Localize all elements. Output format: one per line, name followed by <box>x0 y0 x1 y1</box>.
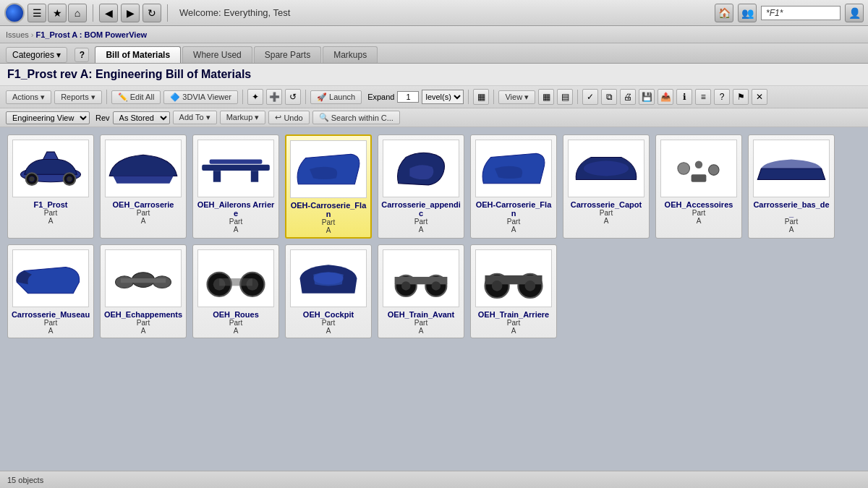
house-icon[interactable]: 🏠 <box>715 4 733 22</box>
reset-icon[interactable]: ↺ <box>285 89 301 105</box>
tab-spare-parts[interactable]: Spare Parts <box>254 46 321 63</box>
item-rev: A <box>234 327 239 335</box>
item-card[interactable]: OEH_CockpitPartA <box>285 244 372 338</box>
home-icon[interactable]: ⌂ <box>68 4 87 22</box>
item-card[interactable]: Carrosserie_bas_de_PartA <box>748 134 835 239</box>
refresh-button[interactable]: ↻ <box>142 4 161 22</box>
item-name: OEH-Carroserie_Flan <box>474 200 553 218</box>
item-card[interactable]: OEH_Train_ArrierePartA <box>470 244 557 338</box>
forward-button[interactable]: ▶ <box>121 4 140 22</box>
expand-select[interactable]: level(s) <box>422 90 464 104</box>
item-name: OEH_Train_Arriere <box>478 310 549 319</box>
breadcrumb-current: F1_Prost A : BOM PowerView <box>35 30 147 39</box>
3dvia-button[interactable]: 🔷 3DVIA Viewer <box>163 90 238 104</box>
view-button[interactable]: View ▾ <box>498 90 535 104</box>
edit-icon: ✏️ <box>118 93 128 102</box>
global-search[interactable] <box>761 6 841 20</box>
help-button[interactable]: ? <box>75 48 89 62</box>
content-area: F1_ProstPartAOEH_CarroseriePartAOEH_Aile… <box>0 127 868 471</box>
item-card[interactable]: Carrosserie_appendicPartA <box>378 134 464 239</box>
eng-view-select[interactable]: Engineering View <box>6 111 90 124</box>
svg-point-4 <box>67 176 72 181</box>
sep2 <box>242 90 243 104</box>
svg-rect-5 <box>202 165 270 171</box>
item-card[interactable]: OEH_CarroseriePartA <box>100 134 187 239</box>
item-thumbnail <box>290 249 367 307</box>
breadcrumb-prefix[interactable]: Issues <box>6 30 29 39</box>
back-button[interactable]: ◀ <box>99 4 118 22</box>
sep3 <box>305 90 306 104</box>
item-thumbnail <box>753 140 830 197</box>
categories-button[interactable]: Categories ▾ <box>6 47 67 63</box>
item-card[interactable]: Carrosserie_CapotPartA <box>563 134 650 239</box>
menu-icon[interactable]: ☰ <box>27 4 46 22</box>
view2-icon[interactable]: ▤ <box>557 89 573 105</box>
actions-button[interactable]: Actions ▾ <box>6 90 51 104</box>
item-name: OEH-Carroserie_Flan <box>289 201 367 218</box>
favorites-icon[interactable]: ★ <box>48 4 67 22</box>
item-type: Part <box>785 218 798 226</box>
undo-button[interactable]: ↩ Undo <box>268 111 309 124</box>
item-card[interactable]: Carrosserie_MuseauPartA <box>7 244 94 338</box>
svg-rect-7 <box>213 171 221 182</box>
item-rev: A <box>48 327 54 335</box>
item-card[interactable]: OEH_AccessoiresPartA <box>655 134 742 239</box>
item-card[interactable]: OEH_Train_AvantPartA <box>378 244 464 338</box>
copy-icon[interactable]: ⧉ <box>601 89 617 105</box>
launch-button[interactable]: 🚀 Launch <box>310 90 362 104</box>
rev-label: Rev <box>95 114 110 122</box>
item-rev: A <box>326 327 331 335</box>
search-within-button[interactable]: 🔍 Search within C... <box>312 111 400 124</box>
svg-rect-22 <box>219 278 252 286</box>
expand-label: Expand <box>367 93 394 101</box>
svg-rect-13 <box>692 174 707 181</box>
3d-icon: 🔷 <box>170 93 180 102</box>
svg-point-32 <box>492 281 503 291</box>
filter-icon[interactable]: ▦ <box>473 89 489 105</box>
add-to-button[interactable]: Add To ▾ <box>173 111 217 124</box>
item-name: OEH_Accessoires <box>665 200 733 209</box>
tab-where-used[interactable]: Where Used <box>182 46 252 63</box>
item-card[interactable]: OEH_Ailerons ArrierePartA <box>192 134 279 239</box>
tab-bill-of-materials[interactable]: Bill of Materials <box>95 46 181 63</box>
check-icon[interactable]: ✓ <box>582 89 598 105</box>
grid-icon[interactable]: ▦ <box>538 89 554 105</box>
item-card[interactable]: OEH_EchappementsPartA <box>100 244 187 338</box>
close-icon[interactable]: ✕ <box>752 89 767 105</box>
flag-icon[interactable]: ⚑ <box>733 89 749 105</box>
add-icon[interactable]: ➕ <box>266 89 282 105</box>
item-thumbnail <box>568 140 644 197</box>
help2-icon[interactable]: ? <box>714 89 730 105</box>
toolbar2: Engineering View Rev As Stored Add To ▾ … <box>0 108 868 127</box>
save-icon[interactable]: 💾 <box>639 89 655 105</box>
item-name: OEH_Carroserie <box>113 200 174 209</box>
item-thumbnail <box>383 249 459 307</box>
columns-icon[interactable]: ≡ <box>695 89 711 105</box>
item-card[interactable]: OEH-Carroserie_FlanPartA <box>470 134 557 239</box>
tab-markups[interactable]: Markups <box>323 46 378 63</box>
plus-icon[interactable]: ✦ <box>247 89 263 105</box>
item-card[interactable]: OEH-Carroserie_FlanPartA <box>285 134 372 239</box>
print-icon[interactable]: 🖨 <box>620 89 636 105</box>
expand-input[interactable] <box>397 91 419 103</box>
launch-icon: 🚀 <box>317 93 327 102</box>
edit-all-button[interactable]: ✏️ Edit All <box>111 90 161 104</box>
reports-button[interactable]: Reports ▾ <box>54 90 102 104</box>
markup-button[interactable]: Markup ▾ <box>220 111 266 124</box>
item-name: Carrosserie_Capot <box>571 200 642 209</box>
item-rev: A <box>419 327 424 335</box>
item-thumbnail <box>660 140 737 197</box>
item-card[interactable]: OEH_RouesPartA <box>192 244 279 338</box>
item-type: Part <box>692 209 705 217</box>
user-icon[interactable]: 👤 <box>845 4 864 22</box>
item-type: Part <box>137 209 150 217</box>
as-stored-select[interactable]: As Stored <box>113 111 170 124</box>
sep4 <box>468 90 469 104</box>
info-icon[interactable]: ℹ <box>676 89 692 105</box>
toolbar1: Actions ▾ Reports ▾ ✏️ Edit All 🔷 3DVIA … <box>0 86 868 108</box>
svg-point-27 <box>401 281 410 290</box>
item-rev: A <box>141 217 146 225</box>
item-card[interactable]: F1_ProstPartA <box>7 134 94 239</box>
export-icon[interactable]: 📤 <box>658 89 673 105</box>
people-icon[interactable]: 👥 <box>738 4 757 22</box>
